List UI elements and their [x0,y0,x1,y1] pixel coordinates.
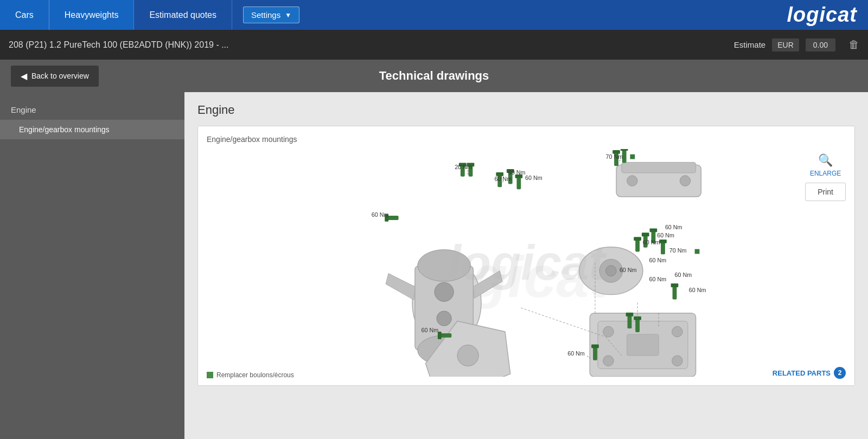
svg-rect-53 [673,286,677,299]
enlarge-label: ENLARGE [810,170,841,177]
content-heading: Engine [197,103,855,117]
drawing-panel-title: Engine/gearbox mountings [207,135,846,144]
svg-rect-41 [635,239,640,251]
panel-actions: 🔍 ENLARGE Print [805,153,846,201]
logo-text: logicat [787,3,857,26]
svg-rect-55 [440,333,451,338]
svg-text:60 Nm: 60 Nm [665,224,682,230]
engine-drawing-svg: logicat [207,149,846,377]
logo: logicat [787,3,868,27]
svg-rect-74 [695,249,700,254]
svg-rect-44 [642,233,649,236]
enlarge-button[interactable]: 🔍 ENLARGE [805,153,846,177]
print-button[interactable]: Print [805,183,846,201]
svg-rect-42 [634,237,641,241]
svg-rect-22 [627,334,659,356]
svg-point-15 [606,266,617,276]
settings-button[interactable]: Settings ▼ [243,7,299,23]
content-area: Engine Engine/gearbox mountings 🔍 ENLARG… [184,92,868,439]
back-to-overview-button[interactable]: ◀ Back to overview [11,66,99,87]
svg-rect-40 [621,149,628,151]
sidebar-group-engine: Engine [0,98,184,120]
svg-point-20 [603,356,614,366]
svg-point-5 [435,282,454,301]
main-layout: Engine Engine/gearbox mountings Engine E… [0,92,868,439]
sub-header: 208 (P21) 1.2 PureTech 100 (EB2ADTD (HNK… [0,30,868,60]
svg-marker-7 [386,274,415,300]
svg-point-3 [418,250,471,282]
legend-label: Remplacer boulons/écrous [216,371,294,379]
related-parts-badge: 2 [834,367,846,379]
estimate-currency: EUR [772,38,799,51]
svg-rect-35 [516,177,521,189]
svg-point-12 [680,176,691,186]
section-title: Technical drawings [379,69,489,83]
back-arrow-icon: ◀ [21,71,27,81]
svg-text:60 Nm: 60 Nm [494,176,512,182]
section-header: ◀ Back to overview Technical drawings [0,60,868,92]
estimate-label: Estimate [734,40,765,49]
top-nav: Cars Heavyweights Estimated quotes Setti… [0,0,868,30]
svg-rect-50 [626,313,634,317]
svg-text:60 Nm: 60 Nm [372,211,389,218]
svg-rect-10 [622,162,696,173]
estimate-area: Estimate EUR 0.00 🗑 [734,38,859,51]
svg-point-19 [672,326,683,337]
svg-point-6 [437,311,451,326]
drawing-area: logicat logicat [207,149,846,377]
sidebar: Engine Engine/gearbox mountings [0,92,184,439]
estimate-value: 0.00 [806,38,835,51]
svg-point-18 [603,326,614,337]
svg-text:60 Nm: 60 Nm [674,272,692,278]
svg-rect-58 [591,344,599,348]
svg-text:60 Nm: 60 Nm [422,327,439,333]
nav-cars[interactable]: Cars [0,0,49,30]
settings-label: Settings [251,10,280,20]
sidebar-item-engine-gearbox[interactable]: Engine/gearbox mountings [0,120,184,139]
related-parts-link[interactable]: RELATED PARTS 2 [773,367,846,379]
svg-text:60 Nm: 60 Nm [620,267,637,273]
svg-text:60 Nm: 60 Nm [508,169,526,176]
car-title: 208 (P21) 1.2 PureTech 100 (EB2ADTD (HNK… [9,40,734,50]
settings-dropdown-arrow: ▼ [285,11,291,19]
svg-text:60 Nm: 60 Nm [567,350,585,357]
svg-rect-46 [650,229,658,233]
svg-text:60 Nm: 60 Nm [649,257,667,263]
svg-point-21 [672,356,683,366]
related-parts-label: RELATED PARTS [773,369,831,377]
svg-text:60 Nm: 60 Nm [649,276,667,282]
back-label: Back to overview [31,72,89,80]
svg-text:60 Nm: 60 Nm [643,239,660,246]
svg-text:60 Nm: 60 Nm [525,175,542,181]
svg-rect-51 [635,319,640,332]
svg-rect-48 [659,240,667,243]
legend: Remplacer boulons/écrous [207,371,294,379]
legend-color-dot [207,372,213,378]
svg-rect-47 [661,242,665,254]
svg-text:70 Nm: 70 Nm [669,247,687,254]
nav-heavyweights[interactable]: Heavyweights [49,0,135,30]
svg-text:20 Nm: 20 Nm [455,164,472,170]
svg-text:60 Nm: 60 Nm [657,232,674,238]
svg-rect-57 [593,346,597,360]
svg-line-69 [620,160,620,163]
svg-rect-68 [630,154,635,159]
svg-text:60 Nm: 60 Nm [689,287,706,293]
svg-rect-54 [671,283,679,287]
nav-estimated-quotes[interactable]: Estimated quotes [134,0,232,30]
svg-text:70 Nm: 70 Nm [606,153,623,160]
svg-rect-49 [628,315,632,328]
enlarge-icon: 🔍 [818,153,833,167]
drawing-panel: Engine/gearbox mountings 🔍 ENLARGE Print… [197,126,855,386]
svg-point-24 [457,345,478,366]
trash-icon[interactable]: 🗑 [848,38,859,51]
svg-point-11 [627,176,638,186]
